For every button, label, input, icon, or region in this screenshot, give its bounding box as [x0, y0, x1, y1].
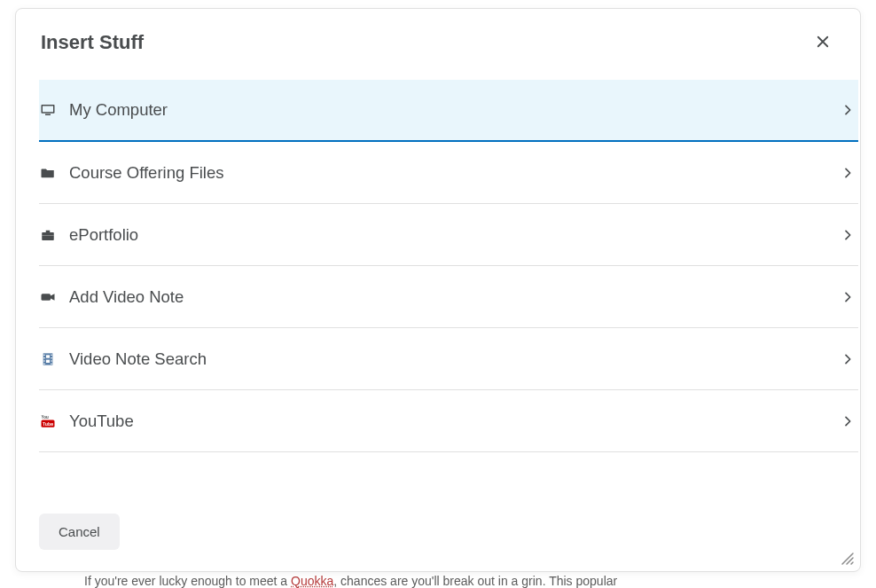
briefcase-icon	[39, 226, 57, 244]
list-item-label: Course Offering Files	[69, 163, 839, 183]
dialog-header: Insert Stuff	[16, 9, 860, 66]
chevron-right-icon	[839, 350, 856, 368]
svg-rect-12	[51, 354, 51, 355]
svg-rect-4	[46, 230, 51, 231]
list-item-label: Add Video Note	[69, 287, 839, 307]
svg-text:Tube: Tube	[43, 420, 53, 426]
svg-rect-11	[43, 363, 44, 364]
close-icon	[815, 34, 831, 52]
svg-rect-5	[42, 235, 54, 236]
svg-text:You: You	[42, 415, 49, 419]
video-camera-icon	[39, 288, 57, 306]
dialog-title: Insert Stuff	[41, 31, 144, 54]
backdrop-link: Quokka	[291, 574, 333, 588]
chevron-right-icon	[839, 101, 856, 119]
svg-rect-16	[46, 355, 50, 357]
dialog-body: My Computer Course Offering Files ePortf…	[16, 66, 858, 499]
dialog-footer: Cancel	[16, 499, 860, 571]
list-item-youtube[interactable]: You Tube YouTube	[39, 390, 858, 452]
insert-stuff-dialog: Insert Stuff My Computer Course Offering…	[15, 8, 861, 572]
scroll-spacer	[39, 452, 858, 499]
list-item-eportfolio[interactable]: ePortfolio	[39, 204, 858, 266]
svg-rect-17	[46, 359, 50, 362]
svg-rect-9	[43, 357, 44, 358]
list-item-label: Video Note Search	[69, 349, 839, 369]
list-item-label: YouTube	[69, 412, 839, 431]
svg-rect-8	[43, 354, 44, 355]
backdrop-text-after: , chances are you'll break out in a grin…	[333, 574, 617, 588]
computer-icon	[39, 101, 57, 119]
film-strip-icon	[39, 350, 57, 368]
chevron-right-icon	[839, 412, 856, 430]
list-item-video-note-search[interactable]: Video Note Search	[39, 328, 858, 390]
svg-rect-1	[43, 106, 53, 113]
list-item-my-computer[interactable]: My Computer	[39, 80, 858, 142]
chevron-right-icon	[839, 164, 856, 182]
close-button[interactable]	[810, 30, 835, 55]
list-item-label: ePortfolio	[69, 225, 839, 245]
folder-icon	[39, 164, 57, 182]
resize-handle[interactable]	[841, 552, 855, 566]
svg-rect-15	[51, 363, 51, 364]
cancel-button[interactable]: Cancel	[39, 514, 120, 550]
backdrop-text: If you're ever lucky enough to meet a Qu…	[84, 574, 617, 588]
svg-rect-13	[51, 357, 51, 358]
svg-rect-14	[51, 360, 51, 361]
youtube-icon: You Tube	[39, 412, 57, 430]
list-item-course-offering-files[interactable]: Course Offering Files	[39, 142, 858, 204]
svg-rect-6	[42, 294, 51, 301]
list-item-add-video-note[interactable]: Add Video Note	[39, 266, 858, 328]
chevron-right-icon	[839, 226, 856, 244]
backdrop-text-before: If you're ever lucky enough to meet a	[84, 574, 291, 588]
chevron-right-icon	[839, 288, 856, 306]
svg-rect-10	[43, 360, 44, 361]
svg-rect-2	[45, 114, 51, 116]
list-item-label: My Computer	[69, 100, 839, 120]
svg-rect-3	[42, 232, 54, 240]
